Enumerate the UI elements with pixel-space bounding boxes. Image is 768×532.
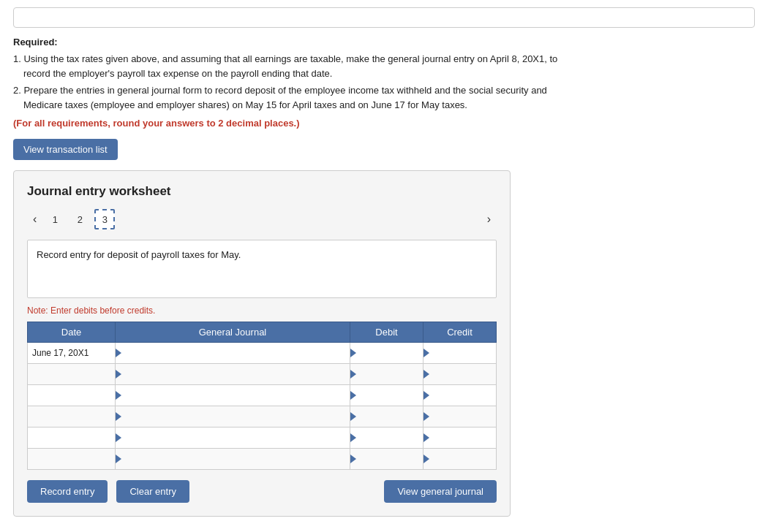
debit-cell-2[interactable] <box>350 385 423 406</box>
debit-input-5[interactable] <box>359 449 423 469</box>
nav-page-1[interactable]: 1 <box>45 209 65 229</box>
journal-input-2[interactable] <box>124 385 350 406</box>
round-note: (For all requirements, round your answer… <box>13 118 755 129</box>
journal-cell-2[interactable] <box>116 385 350 406</box>
col-header-date: Date <box>28 322 116 343</box>
record-entry-button[interactable]: Record entry <box>27 480 108 503</box>
journal-input-1[interactable] <box>124 364 350 384</box>
table-row <box>28 385 497 406</box>
nav-right-arrow[interactable]: › <box>481 213 497 226</box>
credit-cell-2[interactable] <box>423 385 497 406</box>
view-general-journal-button[interactable]: View general journal <box>384 480 497 503</box>
clear-entry-button[interactable]: Clear entry <box>116 480 189 503</box>
bottom-buttons: Record entry Clear entry View general jo… <box>27 480 497 503</box>
table-row <box>28 364 497 385</box>
journal-cell-4[interactable] <box>116 428 350 449</box>
view-transaction-list-button[interactable]: View transaction list <box>13 139 118 160</box>
date-input-2[interactable] <box>28 385 115 406</box>
credit-cell-1[interactable] <box>423 364 497 385</box>
credit-cell-3[interactable] <box>423 406 497 428</box>
date-cell-3[interactable] <box>28 406 116 428</box>
journal-input-3[interactable] <box>124 406 350 427</box>
journal-input-0[interactable] <box>124 343 350 363</box>
journal-input-4[interactable] <box>124 428 350 448</box>
credit-cell-4[interactable] <box>423 428 497 449</box>
instruction-2b: Medicare taxes (employee and employer sh… <box>23 98 755 113</box>
debit-input-2[interactable] <box>359 385 423 406</box>
col-header-credit: Credit <box>423 322 497 343</box>
entry-description: Record entry for deposit of payroll taxe… <box>27 240 497 298</box>
col-header-general-journal: General Journal <box>116 322 350 343</box>
nav-row: ‹ 1 2 3 › <box>27 209 497 229</box>
debit-input-4[interactable] <box>359 428 423 448</box>
journal-input-5[interactable] <box>124 449 350 469</box>
debit-cell-5[interactable] <box>350 449 423 470</box>
date-input-1[interactable] <box>28 364 115 384</box>
date-input-4[interactable] <box>28 428 115 448</box>
instruction-2a: 2. Prepare the entries in general journa… <box>13 83 755 98</box>
worksheet-title: Journal entry worksheet <box>27 184 497 199</box>
journal-cell-3[interactable] <box>116 406 350 428</box>
date-cell-1[interactable] <box>28 364 116 385</box>
journal-cell-1[interactable] <box>116 364 350 385</box>
nav-page-3[interactable]: 3 <box>94 209 115 229</box>
col-header-debit: Debit <box>350 322 423 343</box>
nav-page-2[interactable]: 2 <box>69 209 90 229</box>
debit-cell-3[interactable] <box>350 406 423 428</box>
journal-entry-worksheet: Journal entry worksheet ‹ 1 2 3 › Record… <box>13 170 511 517</box>
debit-cell-4[interactable] <box>350 428 423 449</box>
top-search-bar[interactable] <box>13 7 755 28</box>
date-cell-0: June 17, 20X1 <box>28 343 116 364</box>
table-row <box>28 449 497 470</box>
debit-input-0[interactable] <box>359 343 423 363</box>
credit-cell-5[interactable] <box>423 449 497 470</box>
date-cell-4[interactable] <box>28 428 116 449</box>
journal-cell-5[interactable] <box>116 449 350 470</box>
debit-cell-1[interactable] <box>350 364 423 385</box>
date-cell-5[interactable] <box>28 449 116 470</box>
required-label: Required: <box>13 37 755 48</box>
date-input-5[interactable] <box>28 449 115 469</box>
credit-input-5[interactable] <box>432 449 496 469</box>
credit-input-0[interactable] <box>432 343 496 363</box>
table-row <box>28 428 497 449</box>
debit-cell-0[interactable] <box>350 343 423 364</box>
date-cell-2[interactable] <box>28 385 116 406</box>
instruction-1b: record the employer's payroll tax expens… <box>23 66 755 81</box>
date-input-3[interactable] <box>28 406 115 427</box>
credit-input-1[interactable] <box>432 364 496 384</box>
journal-cell-0[interactable] <box>116 343 350 364</box>
credit-input-4[interactable] <box>432 428 496 448</box>
credit-cell-0[interactable] <box>423 343 497 364</box>
instructions: 1. Using the tax rates given above, and … <box>13 52 755 112</box>
instruction-1a: 1. Using the tax rates given above, and … <box>13 52 755 66</box>
debit-input-1[interactable] <box>359 364 423 384</box>
nav-left-arrow[interactable]: ‹ <box>27 213 42 226</box>
table-row: June 17, 20X1 <box>28 343 497 364</box>
journal-table: Date General Journal Debit Credit June 1… <box>27 322 497 470</box>
credit-input-3[interactable] <box>432 406 496 427</box>
table-row <box>28 406 497 428</box>
credit-input-2[interactable] <box>432 385 496 406</box>
debit-credit-note: Note: Enter debits before credits. <box>27 305 497 316</box>
debit-input-3[interactable] <box>359 406 423 427</box>
